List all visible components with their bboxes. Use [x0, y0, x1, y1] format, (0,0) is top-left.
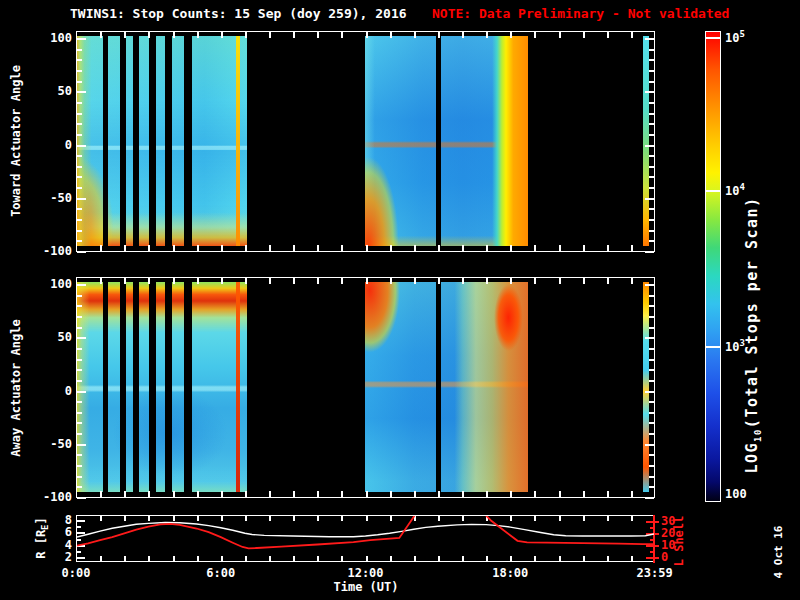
tick — [77, 208, 82, 210]
tick — [655, 557, 659, 559]
colorbar-tick-label: 103 — [725, 338, 745, 354]
away-ytick-label: -100 — [43, 490, 72, 504]
tick — [649, 219, 654, 221]
tick — [341, 245, 343, 251]
tick — [77, 422, 82, 424]
away-data-gap-4 — [165, 282, 172, 492]
away-data-gap-2 — [133, 282, 139, 492]
tick — [649, 486, 654, 488]
tick — [77, 295, 82, 297]
r-tick-label: 2 — [65, 550, 72, 564]
toward-data-gap-2 — [133, 36, 139, 246]
tick — [77, 145, 86, 147]
tick — [269, 491, 271, 497]
tick — [366, 278, 368, 284]
tick — [655, 521, 659, 523]
tick — [77, 176, 82, 178]
tick — [221, 245, 223, 251]
tick — [77, 412, 82, 414]
tick — [77, 134, 82, 136]
tick — [510, 32, 512, 38]
tick — [534, 491, 536, 497]
tick — [77, 102, 82, 104]
away-data-gap-1 — [120, 282, 126, 492]
tick — [77, 251, 86, 253]
away-heatmap-area — [77, 282, 654, 492]
tick — [221, 278, 223, 284]
tick — [645, 497, 654, 499]
tick — [583, 491, 585, 497]
tick — [390, 491, 392, 497]
tick — [559, 491, 561, 497]
tick — [77, 327, 82, 329]
tick — [366, 491, 368, 497]
tick — [649, 59, 654, 61]
tick — [390, 278, 392, 284]
time-axis-label: Time (UT) — [333, 580, 398, 594]
tick — [649, 401, 654, 403]
tick — [100, 245, 102, 251]
tick — [438, 32, 440, 38]
tick — [197, 491, 199, 497]
tick — [649, 359, 654, 361]
tick — [649, 176, 654, 178]
tick — [173, 32, 175, 38]
lshell-curve — [77, 516, 654, 548]
tick — [173, 278, 175, 284]
tick — [438, 278, 440, 284]
away-data-gap-5 — [184, 282, 192, 492]
tick — [649, 433, 654, 435]
tick — [414, 32, 416, 38]
away-ytick-label: 0 — [65, 384, 72, 398]
lshell-tick-label: 0 — [661, 550, 668, 564]
tick — [607, 491, 609, 497]
r-axis-label: R [RE] — [34, 517, 50, 559]
tick — [510, 491, 512, 497]
tick — [77, 240, 82, 242]
tick — [649, 327, 654, 329]
tick — [645, 198, 654, 200]
toward-ytick-label: -100 — [43, 244, 72, 258]
orbit-curves — [77, 516, 654, 561]
tick — [649, 134, 654, 136]
tick — [77, 465, 82, 467]
twins-stop-counts-plot: TWINS1: Stop Counts: 15 Sep (doy 259), 2… — [0, 0, 800, 600]
tick — [534, 32, 536, 38]
away-data-block-1 — [365, 282, 528, 492]
tick — [414, 491, 416, 497]
tick — [510, 245, 512, 251]
tick — [414, 278, 416, 284]
time-tick-label: 6:00 — [206, 566, 235, 580]
toward-heatmap-area — [77, 36, 654, 246]
tick — [534, 278, 536, 284]
tick — [645, 337, 654, 339]
tick — [197, 245, 199, 251]
tick — [197, 278, 199, 284]
toward-data-gap-3 — [149, 36, 156, 246]
tick — [390, 32, 392, 38]
away-data-gap-6 — [436, 282, 441, 492]
away-data-gap-3 — [149, 282, 156, 492]
tick — [221, 491, 223, 497]
tick — [124, 32, 126, 38]
tick — [649, 305, 654, 307]
preliminary-note: NOTE: Data Preliminary - Not validated — [432, 6, 729, 21]
toward-data-gap-0 — [103, 36, 108, 246]
tick — [649, 412, 654, 414]
tick — [77, 337, 86, 339]
away-stripe-0 — [236, 282, 240, 492]
tick — [77, 81, 82, 83]
tick — [269, 278, 271, 284]
tick — [559, 278, 561, 284]
tick — [100, 491, 102, 497]
time-tick-label: 23:59 — [637, 566, 673, 580]
tick — [148, 278, 150, 284]
tick — [341, 491, 343, 497]
tick — [269, 245, 271, 251]
tick — [77, 380, 82, 382]
tick — [649, 155, 654, 157]
time-tick-label: 0:00 — [62, 566, 91, 580]
tick — [293, 491, 295, 497]
tick — [341, 32, 343, 38]
colorbar — [705, 31, 721, 502]
